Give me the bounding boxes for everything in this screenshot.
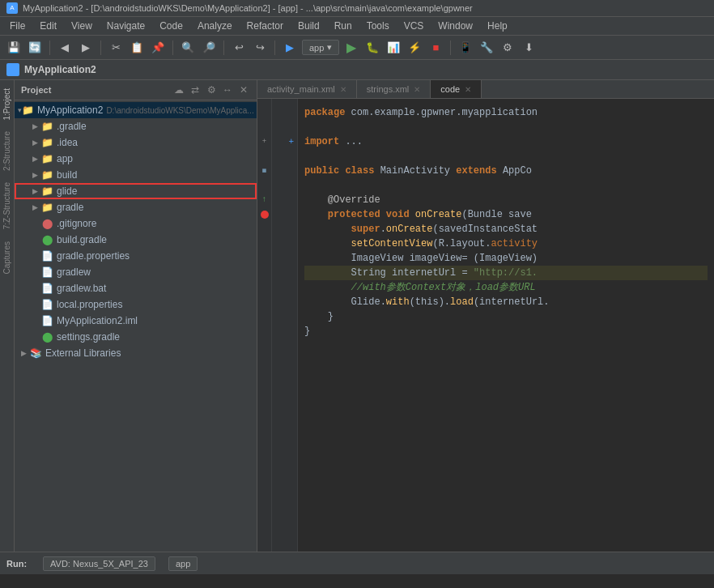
toolbar-build-btn[interactable]: ▶ [281, 39, 299, 57]
tree-item-gradle[interactable]: ▶ 📁 gradle [15, 199, 257, 215]
toolbar-debug-btn[interactable]: 🐛 [363, 39, 381, 57]
menu-edit[interactable]: Edit [33, 19, 63, 33]
toolbar-back-btn[interactable]: ◀ [56, 39, 74, 57]
idea-folder-icon: 📁 [40, 136, 53, 149]
load-params: (internetUrl. [474, 295, 550, 309]
toolbar-paste-btn[interactable]: 📌 [149, 39, 167, 57]
menu-file[interactable]: File [3, 19, 32, 33]
tree-item-gradle-hidden[interactable]: ▶ 📁 .gradle [15, 118, 257, 134]
brace-close-method: } [328, 309, 334, 324]
super-call: . [380, 222, 386, 236]
tab-activity-main[interactable]: activity_main.xml ✕ [257, 80, 357, 98]
app-dropdown-icon: ▾ [327, 42, 332, 53]
margin-line-override: ↑ [257, 193, 271, 207]
tree-item-localprops[interactable]: ▶ 📄 local.properties [15, 296, 257, 313]
code-line-11: ImageView imageView= ( ImageView ) [304, 251, 708, 266]
margin-line-2 [257, 120, 271, 134]
toolbar-sdk-btn[interactable]: 🔧 [478, 39, 495, 57]
left-tab-captures[interactable]: Captures [1, 236, 13, 279]
tab-close-2[interactable]: ✕ [465, 85, 471, 94]
toolbar-update-btn[interactable]: ⬇ [520, 39, 538, 57]
toolbar-app-combo[interactable]: app ▾ [302, 40, 339, 55]
margin-line-close2 [257, 324, 271, 339]
toolbar-cut-btn[interactable]: ✂ [107, 39, 125, 57]
tree-item-app[interactable]: ▶ 📁 app [15, 151, 257, 167]
toolbar-stop-btn[interactable]: ■ [427, 39, 444, 57]
indent-8 [304, 207, 328, 222]
menu-analyze[interactable]: Analyze [191, 19, 239, 33]
tab-code[interactable]: code ✕ [431, 80, 482, 98]
margin-line-9 [257, 222, 271, 236]
tree-item-buildgradle[interactable]: ▶ ⬤ build.gradle [15, 232, 257, 248]
status-app[interactable]: app [168, 556, 198, 571]
status-device[interactable]: AVD: Nexus_5X_API_23 [43, 556, 155, 571]
tree-item-settingsgradle[interactable]: ▶ ⬤ settings.gradle [15, 329, 257, 345]
breakpoint-icon[interactable] [261, 211, 269, 219]
code-area[interactable]: + ◼ ↑ [257, 99, 714, 552]
toolbar-search-btn[interactable]: 🔍 [179, 39, 197, 57]
menu-help[interactable]: Help [481, 19, 514, 33]
toolbar-coverage-btn[interactable]: 📊 [385, 39, 402, 57]
tree-item-glide[interactable]: ▶ 📁 glide [15, 183, 257, 199]
str-value: "http://s1. [474, 266, 538, 280]
left-tab-zstructure[interactable]: 7:Z-Structure [1, 177, 13, 234]
tree-item-external[interactable]: ▶ 📚 External Libraries [15, 345, 257, 361]
toolbar-sync-btn[interactable]: 🔄 [26, 39, 44, 57]
code-content[interactable]: package com.example.gpwner.myapplication… [298, 99, 714, 552]
gutter-line [275, 207, 294, 222]
item-label: gradle [57, 202, 83, 213]
tree-item-iml[interactable]: ▶ 📄 MyApplication2.iml [15, 313, 257, 329]
code-line-15: } [304, 309, 708, 324]
tab-close-1[interactable]: ✕ [414, 85, 420, 94]
menu-refactor[interactable]: Refactor [240, 19, 290, 33]
panel-scope-btn[interactable]: ☁ [172, 83, 185, 96]
panel-gear-btn[interactable]: ⚙ [205, 83, 218, 96]
menu-run[interactable]: Run [328, 19, 359, 33]
editor-panel: activity_main.xml ✕ strings.xml ✕ code ✕… [257, 80, 714, 552]
toolbar-search2-btn[interactable]: 🔎 [200, 39, 218, 57]
code-line-5: public class MainActivity extends AppCo [304, 164, 708, 178]
margin-line-import[interactable]: + [257, 134, 271, 149]
menu-navigate[interactable]: Navigate [100, 19, 151, 33]
run-button[interactable]: ▶ [342, 39, 360, 57]
tree-item-gitignore[interactable]: ▶ ⬤ .gitignore [15, 215, 257, 232]
toolbar-settings-btn[interactable]: ⚙ [499, 39, 516, 57]
tree-item-gradleprops[interactable]: ▶ 📄 gradle.properties [15, 248, 257, 264]
toolbar: 💾 🔄 ◀ ▶ ✂ 📋 📌 🔍 🔎 ↩ ↪ ▶ app ▾ ▶ 🐛 📊 ⚡ ■ … [0, 36, 714, 60]
gutter-line [275, 280, 294, 295]
panel-expand-btn[interactable]: ↔ [221, 83, 234, 96]
toolbar-avd-btn[interactable]: 📱 [457, 39, 474, 57]
toolbar-copy-btn[interactable]: 📋 [128, 39, 146, 57]
tree-item-build[interactable]: ▶ 📁 build [15, 167, 257, 183]
menu-build[interactable]: Build [291, 19, 326, 33]
menu-vcs[interactable]: VCS [397, 19, 431, 33]
tree-item-idea[interactable]: ▶ 📁 .idea [15, 134, 257, 151]
menu-tools[interactable]: Tools [360, 19, 396, 33]
toolbar-undo-btn[interactable]: ↩ [230, 39, 248, 57]
tab-strings[interactable]: strings.xml ✕ [357, 80, 431, 98]
menu-code[interactable]: Code [153, 19, 189, 33]
oncreate-params: (Bundle save [461, 207, 531, 222]
code-line-6 [304, 178, 708, 193]
tree-item-gradlew[interactable]: ▶ 📄 gradlew [15, 264, 257, 280]
scv-params: (R.layout. [432, 236, 491, 251]
panel-sync-btn[interactable]: ⇄ [189, 83, 202, 96]
left-tab-structure[interactable]: 2:Structure [1, 126, 13, 176]
panel-close-btn[interactable]: ✕ [237, 83, 250, 96]
tree-content[interactable]: ▾ 📁 MyApplication2 D:\androidstudioWKS\D… [15, 100, 257, 552]
toolbar-forward-btn[interactable]: ▶ [77, 39, 95, 57]
left-tab-project[interactable]: 1:Project [1, 83, 13, 125]
tree-item-root[interactable]: ▾ 📁 MyApplication2 D:\androidstudioWKS\D… [15, 102, 257, 118]
import-expand-icon[interactable]: + [262, 134, 266, 149]
left-tabs: 1:Project 2:Structure 7:Z-Structure Capt… [0, 80, 15, 552]
indent-10 [304, 236, 351, 251]
type-glide: Glide [351, 295, 380, 309]
toolbar-profile-btn[interactable]: ⚡ [406, 39, 423, 57]
menu-view[interactable]: View [65, 19, 99, 33]
tab-close-0[interactable]: ✕ [340, 85, 346, 94]
tree-item-gradlewbat[interactable]: ▶ 📄 gradlew.bat [15, 280, 257, 296]
menu-window[interactable]: Window [431, 19, 479, 33]
margin-line-breakpoint[interactable] [257, 207, 271, 222]
toolbar-save-btn[interactable]: 💾 [5, 39, 23, 57]
toolbar-redo-btn[interactable]: ↪ [251, 39, 269, 57]
